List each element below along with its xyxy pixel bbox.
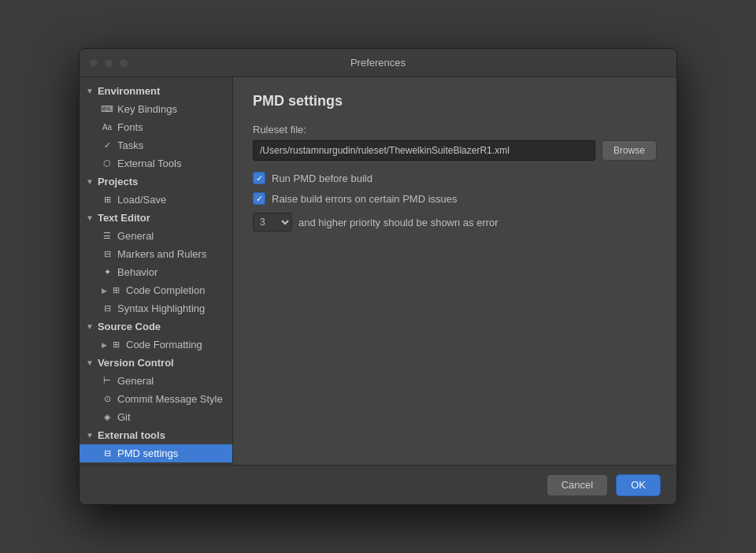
titlebar: Preferences [80,49,676,77]
window-title: Preferences [350,57,406,69]
general-te-label: General [117,230,154,242]
code-completion-icon [110,285,121,296]
loadsave-icon [102,195,113,206]
external-tools-env-label: External Tools [117,158,181,169]
projects-arrow: ▼ [86,177,94,186]
sidebar-item-key-bindings[interactable]: Key Bindings [80,100,232,118]
pmd-settings-label: PMD settings [117,447,178,459]
run-pmd-checkmark: ✓ [256,174,263,183]
raise-errors-label: Raise build errors on certain PMD issues [272,193,458,205]
priority-row: 1 2 3 4 5 and higher priority should be … [253,213,657,232]
fonts-label: Fonts [117,121,143,133]
run-pmd-checkbox[interactable]: ✓ [253,172,265,184]
markers-icon [102,249,113,260]
sidebar-item-load-save[interactable]: Load/Save [80,191,232,209]
sidebar-section-source-code[interactable]: ▼ Source Code [80,317,232,336]
general-te-icon [102,231,113,242]
sidebar-item-code-completion[interactable]: ▶ Code Completion [80,281,232,299]
environment-label: Environment [98,85,160,97]
vc-general-icon [102,376,113,387]
source-code-arrow: ▼ [86,322,94,331]
commit-message-label: Commit Message Style [117,393,223,405]
external-tools-arrow: ▼ [86,431,94,440]
sidebar-section-external-tools[interactable]: ▼ External tools [80,426,232,444]
sidebar-item-tasks[interactable]: Tasks [80,136,232,154]
code-formatting-label: Code Formatting [126,339,202,351]
sidebar-section-environment[interactable]: ▼ Environment [80,82,232,100]
tasks-label: Tasks [117,139,143,151]
code-completion-expand-arrow: ▶ [102,287,107,295]
key-bindings-label: Key Bindings [117,103,177,115]
raise-errors-checkbox[interactable]: ✓ [253,192,265,205]
behavior-icon [102,267,113,278]
page-title: PMD settings [253,93,657,109]
external-tools-env-icon [102,158,113,169]
maximize-button[interactable] [119,58,128,68]
text-editor-arrow: ▼ [86,213,94,222]
git-icon [102,412,113,423]
fonts-icon [102,122,113,133]
raise-errors-row: ✓ Raise build errors on certain PMD issu… [253,192,657,205]
keybindings-icon [102,104,113,115]
external-tools-label: External tools [98,429,165,441]
environment-arrow: ▼ [86,87,94,95]
sidebar-item-syntax-highlighting[interactable]: Syntax Highlighting [80,299,232,317]
sidebar-item-vc-general[interactable]: General [80,372,232,390]
sidebar-item-git[interactable]: Git [80,408,232,426]
footer: Cancel OK [80,465,676,504]
sidebar-item-fonts[interactable]: Fonts [80,118,232,136]
ruleset-input[interactable] [253,140,595,161]
syntax-highlighting-label: Syntax Highlighting [117,302,205,314]
cancel-button[interactable]: Cancel [547,474,608,496]
pmd-icon [102,448,113,459]
tasks-icon [102,140,113,151]
vc-general-label: General [117,375,154,387]
run-pmd-row: ✓ Run PMD before build [253,172,657,184]
priority-suffix: and higher priority should be shown as e… [298,217,498,228]
sidebar-section-projects[interactable]: ▼ Projects [80,173,232,191]
sidebar-item-general-te[interactable]: General [80,227,232,245]
sidebar-item-pmd-settings[interactable]: PMD settings [80,444,232,462]
sidebar-item-external-tools-env[interactable]: External Tools [80,154,232,173]
sidebar-item-markers-rulers[interactable]: Markers and Rulers [80,245,232,263]
run-pmd-label: Run PMD before build [272,173,372,184]
sidebar: ▼ Environment Key Bindings Fonts Tasks E… [80,77,233,465]
content-area: ▼ Environment Key Bindings Fonts Tasks E… [80,77,676,465]
code-formatting-icon [110,340,121,351]
sidebar-section-text-editor[interactable]: ▼ Text Editor [80,209,232,227]
sidebar-section-version-control[interactable]: ▼ Version Control [80,354,232,372]
version-control-label: Version Control [98,357,174,369]
preferences-window: Preferences ▼ Environment Key Bindings F… [79,48,677,505]
code-completion-label: Code Completion [126,284,205,296]
text-editor-label: Text Editor [98,212,150,224]
projects-label: Projects [98,176,138,187]
sidebar-item-commit-message[interactable]: Commit Message Style [80,390,232,408]
markers-rulers-label: Markers and Rulers [117,248,206,260]
sidebar-item-code-formatting[interactable]: ▶ Code Formatting [80,336,232,354]
version-control-arrow: ▼ [86,358,94,367]
close-button[interactable] [89,58,98,68]
ruleset-label: Ruleset file: [253,124,657,135]
commit-icon [102,394,113,405]
git-label: Git [117,411,131,423]
sidebar-item-behavior[interactable]: Behavior [80,263,232,281]
source-code-label: Source Code [98,321,161,332]
ruleset-input-row: Browse [253,140,657,161]
behavior-label: Behavior [117,266,158,278]
ruleset-row: Ruleset file: Browse [253,124,657,161]
ok-button[interactable]: OK [616,474,661,496]
raise-errors-checkmark: ✓ [256,195,263,203]
load-save-label: Load/Save [117,194,166,206]
main-content: PMD settings Ruleset file: Browse ✓ Run … [233,77,676,465]
code-formatting-expand-arrow: ▶ [102,341,107,349]
traffic-lights [89,58,128,68]
priority-select[interactable]: 1 2 3 4 5 [253,213,292,232]
syntax-highlighting-icon [102,303,113,314]
minimize-button[interactable] [104,58,113,68]
browse-button[interactable]: Browse [602,140,657,161]
